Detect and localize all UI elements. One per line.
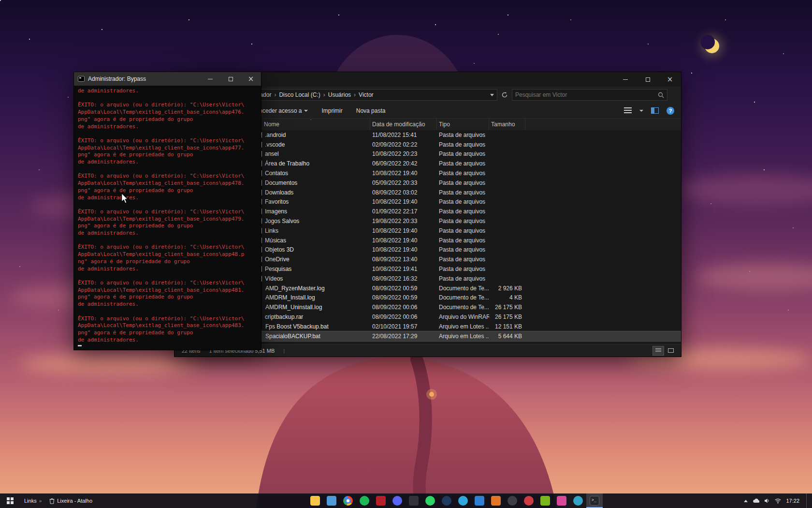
breadcrumb-item[interactable]: Usuários — [326, 91, 353, 98]
column-header-size[interactable]: Tamanho — [489, 119, 525, 130]
file-row[interactable]: .vscode02/09/2022 02:22Pasta de arquivos — [254, 140, 681, 149]
taskbar-icon-terminal[interactable] — [586, 493, 603, 508]
file-type: Arquivo em Lotes ... — [437, 333, 489, 340]
cmd-minimize-button[interactable] — [200, 72, 220, 86]
taskbar-clock[interactable]: 17:22 — [786, 498, 799, 504]
file-row[interactable]: Fps Boost V5backup.bat02/10/2021 19:57Ar… — [254, 322, 681, 331]
explorer-close-button[interactable]: × — [659, 72, 681, 87]
taskbar-icon-vs-code[interactable] — [471, 493, 488, 508]
details-view-icon[interactable] — [624, 107, 632, 114]
file-name: AMDRM_Uninstall.log — [265, 304, 322, 311]
file-row[interactable]: Documentos05/09/2022 20:33Pasta de arqui… — [254, 178, 681, 188]
cmd-body[interactable]: de administradores. ÊXITO: o arquivo (ou… — [74, 86, 261, 350]
taskbar-icon-mail[interactable] — [323, 493, 340, 508]
file-row[interactable]: SpacialoBACKUP.bat22/08/2022 17:29Arquiv… — [254, 331, 681, 341]
file-type: Pasta de arquivos — [437, 246, 489, 253]
explorer-maximize-button[interactable] — [637, 72, 659, 87]
search-input[interactable] — [515, 91, 658, 98]
chevron-down-icon[interactable] — [639, 110, 643, 112]
address-dropdown-icon[interactable] — [490, 94, 494, 96]
tray-chevron-up-icon[interactable] — [744, 500, 748, 502]
whatsapp-icon — [425, 496, 435, 506]
file-row[interactable]: OneDrive08/09/2022 13:40Pasta de arquivo… — [254, 254, 681, 264]
cmd-maximize-button[interactable] — [220, 72, 241, 86]
file-row[interactable]: Favoritos10/08/2022 19:40Pasta de arquiv… — [254, 197, 681, 207]
taskbar-icon-nvidia[interactable] — [537, 493, 553, 508]
start-button[interactable] — [0, 493, 20, 508]
taskbar-icon-discord[interactable] — [389, 493, 406, 508]
address-bar[interactable]: Este Computador›Disco Local (C:)›Usuário… — [221, 89, 497, 101]
file-name: Downloads — [265, 189, 293, 196]
refresh-button[interactable] — [501, 91, 508, 98]
taskbar-icon-netflix[interactable] — [373, 493, 389, 508]
column-header-type[interactable]: Tipo — [437, 119, 489, 130]
sort-ascending-icon: ˆ — [310, 119, 312, 123]
taskbar-icon-steam[interactable] — [438, 493, 455, 508]
cmd-close-button[interactable]: × — [241, 72, 261, 86]
file-row[interactable]: AMDRM_Uninstall.log08/09/2022 00:06Docum… — [254, 302, 681, 312]
file-row[interactable]: Vídeos08/09/2022 16:32Pasta de arquivos — [254, 274, 681, 284]
taskbar-icon-chrome[interactable] — [340, 493, 356, 508]
file-row[interactable]: Downloads08/09/2022 03:02Pasta de arquiv… — [254, 188, 681, 197]
cmd-titlebar[interactable]: Administrador: Bypass × — [74, 72, 261, 86]
file-row[interactable]: AMD_RyzenMaster.log08/09/2022 00:59Docum… — [254, 284, 681, 293]
view-controls: ? — [624, 107, 681, 115]
file-row[interactable]: Imagens01/09/2022 22:17Pasta de arquivos — [254, 207, 681, 216]
file-size: 26 175 KB — [489, 314, 524, 320]
file-date: 11/08/2022 15:41 — [370, 132, 437, 138]
taskbar-icon-telegram[interactable] — [455, 493, 471, 508]
file-row[interactable]: Links10/08/2022 19:40Pasta de arquivos — [254, 226, 681, 236]
print-button[interactable]: Imprimir — [321, 107, 342, 114]
links-toolbar[interactable]: Links » — [20, 493, 45, 508]
search-box[interactable] — [512, 89, 667, 101]
file-name: criptbackup.rar — [265, 314, 303, 320]
taskbar-icon-spotify[interactable] — [356, 493, 373, 508]
column-header-date[interactable]: Data de modificação — [370, 119, 437, 130]
cmd-window: Administrador: Bypass × de administrador… — [73, 72, 261, 350]
preview-pane-icon[interactable] — [651, 107, 659, 114]
file-explorer-icon — [310, 496, 320, 506]
file-row[interactable]: .android11/08/2022 15:41Pasta de arquivo… — [254, 130, 681, 140]
taskbar-icon-office[interactable] — [488, 493, 504, 508]
new-folder-button[interactable]: Nova pasta — [356, 107, 386, 114]
file-date: 22/08/2022 17:29 — [370, 333, 437, 340]
volume-icon[interactable] — [764, 498, 770, 504]
file-row[interactable]: Área de Trabalho06/09/2022 20:42Pasta de… — [254, 159, 681, 168]
file-row[interactable]: ansel10/08/2022 20:23Pasta de arquivos — [254, 149, 681, 159]
taskbar-icon-file-explorer[interactable] — [307, 493, 323, 508]
help-icon[interactable]: ? — [667, 107, 674, 115]
details-view-toggle[interactable] — [653, 346, 664, 355]
toolbar-overflow-icon[interactable]: » — [39, 498, 42, 504]
file-row[interactable]: Objetos 3D10/08/2022 19:40Pasta de arqui… — [254, 245, 681, 255]
recycle-bin-shortcut[interactable]: Lixeira - Atalho — [45, 493, 96, 508]
taskbar-icon-obs[interactable] — [504, 493, 521, 508]
taskbar-icon-epic-games[interactable] — [406, 493, 422, 508]
taskbar-icon-whatsapp[interactable] — [422, 493, 438, 508]
file-row[interactable]: Pesquisas10/08/2022 19:41Pasta de arquiv… — [254, 264, 681, 274]
explorer-minimize-button[interactable] — [614, 72, 637, 87]
breadcrumb-item[interactable]: Disco Local (C:) — [277, 91, 322, 98]
cloud-icon[interactable] — [753, 498, 759, 503]
file-date: 08/09/2022 00:59 — [370, 285, 437, 292]
taskbar-icon-opera[interactable] — [521, 493, 537, 508]
file-name: Objetos 3D — [265, 246, 294, 253]
file-row[interactable]: Músicas10/08/2022 19:40Pasta de arquivos — [254, 236, 681, 245]
thumbnail-view-toggle[interactable] — [666, 346, 676, 355]
breadcrumb-item[interactable]: Victor — [357, 91, 375, 98]
file-row[interactable]: AMDRM_Install.log08/09/2022 00:59Documen… — [254, 293, 681, 303]
column-header-name[interactable]: ˆ Nome — [254, 119, 370, 130]
instagram-icon — [557, 496, 566, 506]
file-type: Arquivo do WinRAR — [437, 314, 489, 320]
network-wifi-icon[interactable] — [775, 498, 781, 504]
file-row[interactable]: criptbackup.rar08/09/2022 00:06Arquivo d… — [254, 312, 681, 322]
file-row[interactable]: Jogos Salvos19/08/2022 20:33Pasta de arq… — [254, 216, 681, 226]
taskbar-icon-edge[interactable] — [570, 493, 586, 508]
file-date: 10/08/2022 19:40 — [370, 198, 437, 205]
nvidia-icon — [540, 496, 550, 506]
file-date: 02/09/2022 02:22 — [370, 141, 437, 148]
taskbar-icon-instagram[interactable] — [553, 493, 570, 508]
file-row[interactable]: Contatos10/08/2022 19:40Pasta de arquivo… — [254, 168, 681, 178]
show-desktop-button[interactable] — [806, 493, 808, 508]
spotify-icon — [360, 496, 369, 506]
file-name: .vscode — [265, 141, 285, 148]
